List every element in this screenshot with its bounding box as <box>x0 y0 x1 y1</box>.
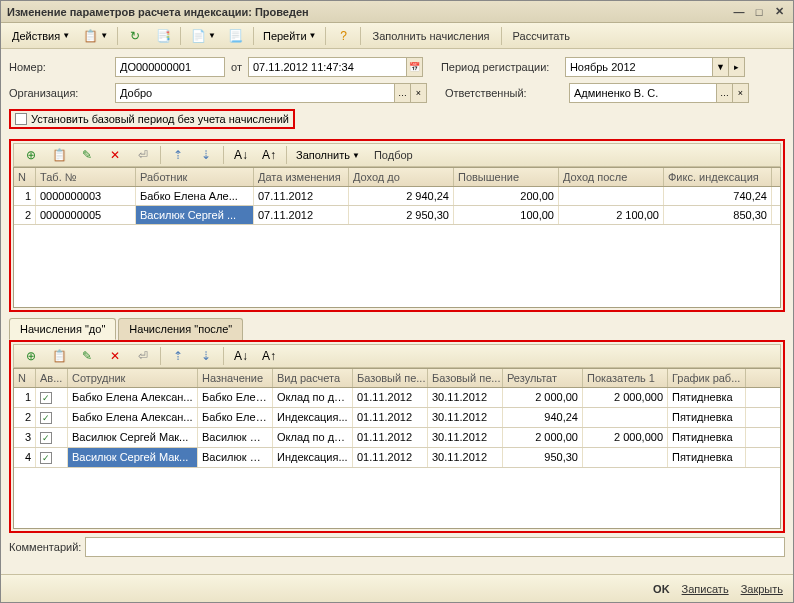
grid2-body: 1✓Бабко Елена Алексан...Бабко Елен...Окл… <box>14 388 780 528</box>
report-icon[interactable]: 📄▼ <box>185 26 221 46</box>
refresh-icon[interactable]: ↻ <box>122 26 148 46</box>
main-toolbar: Действия▼ 📋▼ ↻ 📑 📄▼ 📃 Перейти▼ ? Заполни… <box>1 23 793 49</box>
grid1-toolbar: ⊕ 📋 ✎ ✕ ⏎ ⇡ ⇣ A↓ A↑ Заполнить▼ Подбор <box>13 143 781 167</box>
number-input[interactable]: ДО000000001 <box>115 57 225 77</box>
resp-input[interactable]: Админенко В. С.…× <box>569 83 749 103</box>
sort-desc-icon[interactable]: A↑ <box>256 346 282 366</box>
base-period-checkbox-row: Установить базовый период без учета начи… <box>9 109 295 129</box>
titlebar: Изменение параметров расчета индексации:… <box>1 1 793 23</box>
fill-menu[interactable]: Заполнить▼ <box>291 145 365 165</box>
from-label: от <box>231 61 242 73</box>
tab-before[interactable]: Начисления "до" <box>9 318 116 340</box>
spin-icon[interactable]: ▸ <box>728 58 744 76</box>
select-button[interactable]: Подбор <box>367 145 420 165</box>
grid1-body: 1 0000000003 Бабко Елена Але... 07.11.20… <box>14 187 780 307</box>
table-row[interactable]: 1✓Бабко Елена Алексан...Бабко Елен...Окл… <box>14 388 780 408</box>
period-label: Период регистрации: <box>441 61 559 73</box>
sort-desc-icon[interactable]: A↑ <box>256 145 282 165</box>
number-label: Номер: <box>9 61 109 73</box>
table-row[interactable]: 2✓Бабко Елена Алексан...Бабко Елен...Инд… <box>14 408 780 428</box>
grid2-header: N Ав... Сотрудник Назначение Вид расчета… <box>14 369 780 388</box>
close-footer-button[interactable]: Закрыть <box>741 583 783 595</box>
table-row[interactable]: 3✓Василюк Сергей Мак...Василюк Се...Окла… <box>14 428 780 448</box>
select-icon[interactable]: … <box>716 84 732 102</box>
clear-icon[interactable]: × <box>732 84 748 102</box>
window-controls: — □ ✕ <box>731 5 787 19</box>
tabs: Начисления "до" Начисления "после" <box>9 318 785 340</box>
grid2-toolbar: ⊕ 📋 ✎ ✕ ⏎ ⇡ ⇣ A↓ A↑ <box>13 344 781 368</box>
calendar-icon[interactable]: 📅 <box>406 58 422 76</box>
comment-input[interactable] <box>85 537 785 557</box>
comment-row: Комментарий: <box>1 533 793 561</box>
sort-asc-icon[interactable]: A↓ <box>228 346 254 366</box>
save-post-icon[interactable]: 📑 <box>150 26 176 46</box>
ok-button[interactable]: OK <box>653 583 670 595</box>
resp-label: Ответственный: <box>445 87 563 99</box>
goto-menu[interactable]: Перейти▼ <box>258 26 322 46</box>
table-row[interactable]: 1 0000000003 Бабко Елена Але... 07.11.20… <box>14 187 780 206</box>
move-down-icon[interactable]: ⇣ <box>193 346 219 366</box>
move-up-icon[interactable]: ⇡ <box>165 346 191 366</box>
fill-accruals-button[interactable]: Заполнить начисления <box>365 26 496 46</box>
move-up-icon[interactable]: ⇡ <box>165 145 191 165</box>
delete-icon[interactable]: ✕ <box>102 346 128 366</box>
minimize-button[interactable]: — <box>731 5 747 19</box>
dropdown-icon[interactable]: ▼ <box>712 58 728 76</box>
grid1-header: N Таб. № Работник Дата изменения Доход д… <box>14 168 780 187</box>
grid1-section: ⊕ 📋 ✎ ✕ ⏎ ⇡ ⇣ A↓ A↑ Заполнить▼ Подбор N … <box>9 139 785 312</box>
copy-icon[interactable]: 📋 <box>46 346 72 366</box>
template-icon[interactable]: 📃 <box>223 26 249 46</box>
post-icon[interactable]: 📋▼ <box>77 26 113 46</box>
table-row[interactable]: 2 0000000005 Василюк Сергей ... 07.11.20… <box>14 206 780 225</box>
close-button[interactable]: ✕ <box>771 5 787 19</box>
grid2[interactable]: N Ав... Сотрудник Назначение Вид расчета… <box>13 368 781 529</box>
window: Изменение параметров расчета индексации:… <box>0 0 794 603</box>
base-period-checkbox[interactable] <box>15 113 27 125</box>
comment-label: Комментарий: <box>9 541 81 553</box>
footer: OK Записать Закрыть <box>1 574 793 602</box>
grid1[interactable]: N Таб. № Работник Дата изменения Доход д… <box>13 167 781 308</box>
form-header: Номер: ДО000000001 от 07.11.2012 11:47:3… <box>1 49 793 137</box>
select-icon[interactable]: … <box>394 84 410 102</box>
delete-icon[interactable]: ✕ <box>102 145 128 165</box>
calculate-button[interactable]: Рассчитать <box>506 26 577 46</box>
undo-icon[interactable]: ⏎ <box>130 145 156 165</box>
tab-after[interactable]: Начисления "после" <box>118 318 243 340</box>
undo-icon[interactable]: ⏎ <box>130 346 156 366</box>
save-button[interactable]: Записать <box>682 583 729 595</box>
edit-icon[interactable]: ✎ <box>74 145 100 165</box>
add-icon[interactable]: ⊕ <box>18 145 44 165</box>
org-label: Организация: <box>9 87 109 99</box>
org-input[interactable]: Добро…× <box>115 83 427 103</box>
move-down-icon[interactable]: ⇣ <box>193 145 219 165</box>
window-title: Изменение параметров расчета индексации:… <box>7 6 731 18</box>
maximize-button[interactable]: □ <box>751 5 767 19</box>
actions-menu[interactable]: Действия▼ <box>7 26 75 46</box>
period-input[interactable]: Ноябрь 2012▼▸ <box>565 57 745 77</box>
edit-icon[interactable]: ✎ <box>74 346 100 366</box>
help-icon[interactable]: ? <box>330 26 356 46</box>
copy-icon[interactable]: 📋 <box>46 145 72 165</box>
add-icon[interactable]: ⊕ <box>18 346 44 366</box>
date-input[interactable]: 07.11.2012 11:47:34📅 <box>248 57 423 77</box>
table-row[interactable]: 4✓Василюк Сергей Мак...Василюк Се...Инде… <box>14 448 780 468</box>
clear-icon[interactable]: × <box>410 84 426 102</box>
grid2-section: ⊕ 📋 ✎ ✕ ⏎ ⇡ ⇣ A↓ A↑ N Ав... Сотрудник На… <box>9 340 785 533</box>
base-period-label: Установить базовый период без учета начи… <box>31 113 289 125</box>
sort-asc-icon[interactable]: A↓ <box>228 145 254 165</box>
